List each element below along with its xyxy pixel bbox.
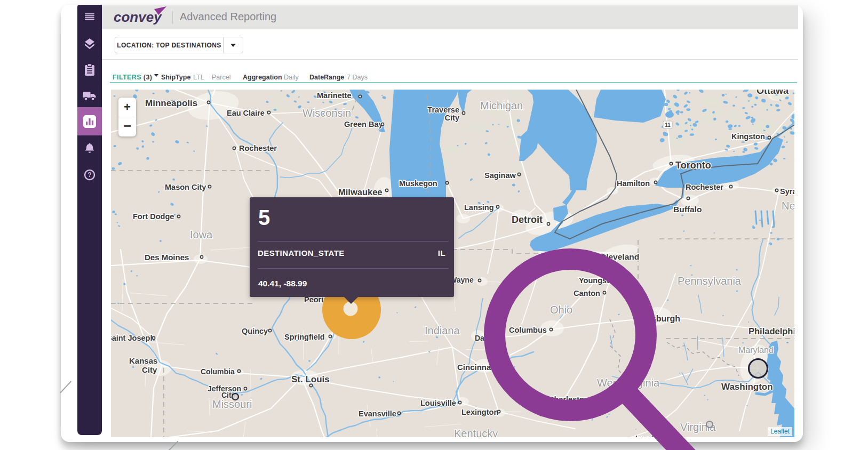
svg-text:City: City xyxy=(142,365,157,374)
svg-text:Michigan: Michigan xyxy=(480,100,523,111)
svg-text:Minneapolis: Minneapolis xyxy=(145,98,197,108)
svg-text:West Virginia: West Virginia xyxy=(597,377,660,389)
svg-text:Rochester: Rochester xyxy=(239,144,277,152)
svg-text:Muskegon: Muskegon xyxy=(399,179,437,188)
svg-text:St. Louis: St. Louis xyxy=(291,374,330,384)
svg-text:Indiana: Indiana xyxy=(425,325,460,336)
svg-text:Toronto: Toronto xyxy=(675,160,711,171)
svg-text:Evansville: Evansville xyxy=(359,409,396,418)
svg-text:11: 11 xyxy=(665,122,671,128)
svg-text:Quincy: Quincy xyxy=(242,327,268,335)
svg-text:Kingston: Kingston xyxy=(731,132,765,141)
svg-text:Louisville: Louisville xyxy=(420,399,456,407)
svg-text:Mason City: Mason City xyxy=(165,183,206,191)
svg-text:Philadelphia: Philadelphia xyxy=(748,326,794,336)
svg-text:Dayton: Dayton xyxy=(475,334,500,342)
svg-text:Missouri: Missouri xyxy=(212,398,252,410)
svg-text:Cleveland: Cleveland xyxy=(600,252,639,261)
svg-text:Columbia: Columbia xyxy=(201,367,235,376)
svg-text:Pittsburgh: Pittsburgh xyxy=(638,314,680,323)
svg-text:Saginaw: Saginaw xyxy=(484,171,516,180)
svg-text:Des Moines: Des Moines xyxy=(145,253,189,262)
svg-text:Kansas: Kansas xyxy=(129,356,157,365)
svg-text:Ohio: Ohio xyxy=(550,304,572,316)
svg-text:Kentucky: Kentucky xyxy=(454,428,498,437)
svg-text:Washington: Washington xyxy=(721,382,773,392)
svg-text:Cincinnati: Cincinnati xyxy=(457,363,496,372)
svg-text:Detroit: Detroit xyxy=(512,214,543,225)
svg-text:Youngstown: Youngstown xyxy=(579,276,625,285)
svg-text:Lexington: Lexington xyxy=(461,408,498,416)
svg-text:Pennsylvania: Pennsylvania xyxy=(678,275,742,287)
svg-text:Hamilton: Hamilton xyxy=(617,179,650,188)
svg-text:Wisconsin: Wisconsin xyxy=(302,107,351,119)
svg-text:Lansing: Lansing xyxy=(464,203,494,212)
svg-text:Buffalo: Buffalo xyxy=(673,205,702,214)
svg-text:Maryland: Maryland xyxy=(738,345,774,355)
svg-text:?: ? xyxy=(87,171,91,179)
svg-text:Marinette: Marinette xyxy=(317,91,351,100)
svg-text:Saint Joseph: Saint Joseph xyxy=(111,334,155,342)
svg-text:Columbus: Columbus xyxy=(509,326,547,334)
svg-text:Charleston: Charleston xyxy=(548,395,589,404)
svg-text:Rochester: Rochester xyxy=(686,183,723,191)
svg-text:Canton: Canton xyxy=(574,289,600,298)
svg-text:Lynchburg: Lynchburg xyxy=(635,434,671,437)
svg-text:Springfield: Springfield xyxy=(284,333,325,341)
svg-text:City: City xyxy=(445,114,459,122)
svg-text:Eau Claire: Eau Claire xyxy=(227,109,265,117)
svg-text:Milwaukee: Milwaukee xyxy=(338,187,383,197)
svg-text:New York: New York xyxy=(782,200,794,212)
svg-text:Syracuse: Syracuse xyxy=(780,187,794,196)
svg-text:Fort Dodge: Fort Dodge xyxy=(133,212,174,221)
svg-text:Green Bay: Green Bay xyxy=(344,120,383,128)
svg-text:Ottawa: Ottawa xyxy=(756,90,789,96)
svg-text:Traverse: Traverse xyxy=(427,106,459,114)
svg-text:Iowa: Iowa xyxy=(190,229,213,240)
